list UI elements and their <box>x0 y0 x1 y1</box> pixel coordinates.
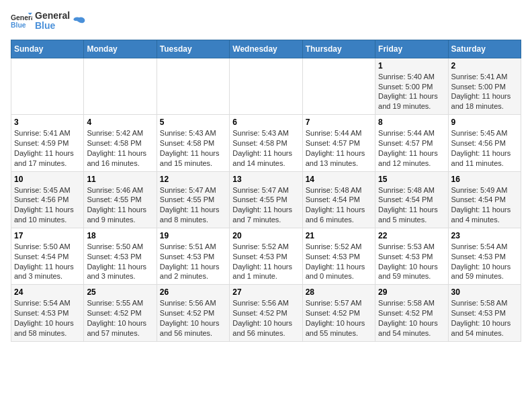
day-info: Sunrise: 5:53 AMSunset: 4:53 PMDaylight:… <box>378 242 445 281</box>
calendar-cell: 21Sunrise: 5:52 AMSunset: 4:53 PMDayligh… <box>302 228 375 284</box>
day-number: 21 <box>306 231 372 240</box>
day-number: 30 <box>451 287 518 297</box>
day-number: 19 <box>160 231 226 240</box>
day-number: 18 <box>87 231 153 240</box>
calendar-cell: 9Sunrise: 5:45 AMSunset: 4:56 PMDaylight… <box>448 115 521 171</box>
calendar-cell: 1Sunrise: 5:40 AMSunset: 5:00 PMDaylight… <box>375 58 448 114</box>
day-number: 28 <box>306 287 372 297</box>
day-number: 5 <box>160 118 226 127</box>
day-number: 14 <box>306 175 372 184</box>
svg-text:Blue: Blue <box>11 22 26 30</box>
day-number: 27 <box>232 287 299 297</box>
day-number: 2 <box>451 61 518 71</box>
calendar-cell: 3Sunrise: 5:41 AMSunset: 4:59 PMDaylight… <box>11 115 84 171</box>
calendar-week-row: 3Sunrise: 5:41 AMSunset: 4:59 PMDaylight… <box>11 115 521 171</box>
day-info: Sunrise: 5:57 AMSunset: 4:52 PMDaylight:… <box>306 298 372 338</box>
day-number: 7 <box>306 118 372 127</box>
day-info: Sunrise: 5:47 AMSunset: 4:55 PMDaylight:… <box>232 185 299 225</box>
calendar-cell: 27Sunrise: 5:56 AMSunset: 4:52 PMDayligh… <box>230 285 302 341</box>
calendar-cell: 7Sunrise: 5:44 AMSunset: 4:57 PMDaylight… <box>302 115 375 171</box>
day-info: Sunrise: 5:43 AMSunset: 4:58 PMDaylight:… <box>232 128 299 168</box>
calendar-cell: 18Sunrise: 5:50 AMSunset: 4:53 PMDayligh… <box>84 228 157 284</box>
weekday-header: Wednesday <box>230 40 302 58</box>
page-header: General Blue General Blue <box>11 11 521 32</box>
svg-text:General: General <box>11 15 32 22</box>
calendar-cell: 22Sunrise: 5:53 AMSunset: 4:53 PMDayligh… <box>375 228 448 284</box>
day-info: Sunrise: 5:44 AMSunset: 4:57 PMDaylight:… <box>378 128 445 168</box>
calendar-week-row: 24Sunrise: 5:54 AMSunset: 4:53 PMDayligh… <box>11 285 521 341</box>
day-number: 23 <box>451 231 518 240</box>
day-info: Sunrise: 5:49 AMSunset: 4:54 PMDaylight:… <box>451 185 518 225</box>
day-info: Sunrise: 5:56 AMSunset: 4:52 PMDaylight:… <box>160 298 226 338</box>
calendar-cell: 4Sunrise: 5:42 AMSunset: 4:58 PMDaylight… <box>84 115 157 171</box>
calendar-cell: 5Sunrise: 5:43 AMSunset: 4:58 PMDaylight… <box>157 115 229 171</box>
calendar-cell: 6Sunrise: 5:43 AMSunset: 4:58 PMDaylight… <box>230 115 302 171</box>
day-info: Sunrise: 5:42 AMSunset: 4:58 PMDaylight:… <box>87 128 153 168</box>
logo-icon: General Blue <box>11 11 32 30</box>
day-number: 4 <box>87 118 153 127</box>
calendar-cell <box>84 58 157 114</box>
day-info: Sunrise: 5:54 AMSunset: 4:53 PMDaylight:… <box>451 242 518 281</box>
calendar-cell: 13Sunrise: 5:47 AMSunset: 4:55 PMDayligh… <box>230 171 302 228</box>
day-number: 20 <box>232 231 299 240</box>
weekday-header: Friday <box>375 40 448 58</box>
day-number: 16 <box>451 175 518 184</box>
weekday-header-row: SundayMondayTuesdayWednesdayThursdayFrid… <box>11 40 521 58</box>
logo-blue: Blue <box>35 21 70 31</box>
calendar-cell: 23Sunrise: 5:54 AMSunset: 4:53 PMDayligh… <box>448 228 521 284</box>
calendar-cell: 2Sunrise: 5:41 AMSunset: 5:00 PMDaylight… <box>448 58 521 114</box>
day-info: Sunrise: 5:55 AMSunset: 4:52 PMDaylight:… <box>87 298 153 338</box>
day-number: 9 <box>451 118 518 127</box>
day-info: Sunrise: 5:58 AMSunset: 4:53 PMDaylight:… <box>451 298 518 338</box>
calendar-cell: 11Sunrise: 5:46 AMSunset: 4:55 PMDayligh… <box>84 171 157 228</box>
calendar-cell: 19Sunrise: 5:51 AMSunset: 4:53 PMDayligh… <box>157 228 229 284</box>
calendar-cell: 12Sunrise: 5:47 AMSunset: 4:55 PMDayligh… <box>157 171 229 228</box>
calendar-week-row: 1Sunrise: 5:40 AMSunset: 5:00 PMDaylight… <box>11 58 521 114</box>
calendar-cell: 26Sunrise: 5:56 AMSunset: 4:52 PMDayligh… <box>157 285 229 341</box>
day-number: 11 <box>87 175 153 184</box>
day-info: Sunrise: 5:41 AMSunset: 5:00 PMDaylight:… <box>451 72 518 111</box>
calendar-cell: 16Sunrise: 5:49 AMSunset: 4:54 PMDayligh… <box>448 171 521 228</box>
day-number: 3 <box>14 118 81 127</box>
day-number: 17 <box>14 231 81 240</box>
day-number: 10 <box>14 175 81 184</box>
calendar-table: SundayMondayTuesdayWednesdayThursdayFrid… <box>11 40 521 342</box>
day-info: Sunrise: 5:52 AMSunset: 4:53 PMDaylight:… <box>232 242 299 281</box>
calendar-cell <box>11 58 84 114</box>
day-info: Sunrise: 5:46 AMSunset: 4:55 PMDaylight:… <box>87 185 153 225</box>
weekday-header: Tuesday <box>157 40 229 58</box>
day-number: 12 <box>160 175 226 184</box>
day-info: Sunrise: 5:50 AMSunset: 4:54 PMDaylight:… <box>14 242 81 281</box>
weekday-header: Saturday <box>448 40 521 58</box>
day-number: 29 <box>378 287 445 297</box>
day-number: 1 <box>378 61 445 71</box>
day-info: Sunrise: 5:54 AMSunset: 4:53 PMDaylight:… <box>14 298 81 338</box>
day-info: Sunrise: 5:43 AMSunset: 4:58 PMDaylight:… <box>160 128 226 168</box>
calendar-cell <box>157 58 229 114</box>
calendar-cell: 29Sunrise: 5:58 AMSunset: 4:52 PMDayligh… <box>375 285 448 341</box>
day-number: 22 <box>378 231 445 240</box>
day-info: Sunrise: 5:50 AMSunset: 4:53 PMDaylight:… <box>87 242 153 281</box>
day-info: Sunrise: 5:51 AMSunset: 4:53 PMDaylight:… <box>160 242 226 281</box>
calendar-cell <box>230 58 302 114</box>
calendar-cell: 30Sunrise: 5:58 AMSunset: 4:53 PMDayligh… <box>448 285 521 341</box>
calendar-cell: 14Sunrise: 5:48 AMSunset: 4:54 PMDayligh… <box>302 171 375 228</box>
day-info: Sunrise: 5:47 AMSunset: 4:55 PMDaylight:… <box>160 185 226 225</box>
day-number: 8 <box>378 118 445 127</box>
calendar-cell: 15Sunrise: 5:48 AMSunset: 4:54 PMDayligh… <box>375 171 448 228</box>
day-number: 6 <box>232 118 299 127</box>
calendar-cell: 20Sunrise: 5:52 AMSunset: 4:53 PMDayligh… <box>230 228 302 284</box>
day-info: Sunrise: 5:52 AMSunset: 4:53 PMDaylight:… <box>306 242 372 281</box>
day-info: Sunrise: 5:56 AMSunset: 4:52 PMDaylight:… <box>232 298 299 338</box>
day-info: Sunrise: 5:44 AMSunset: 4:57 PMDaylight:… <box>306 128 372 168</box>
day-info: Sunrise: 5:41 AMSunset: 4:59 PMDaylight:… <box>14 128 81 168</box>
day-number: 25 <box>87 287 153 297</box>
day-info: Sunrise: 5:40 AMSunset: 5:00 PMDaylight:… <box>378 72 445 111</box>
day-number: 13 <box>232 175 299 184</box>
calendar-cell: 24Sunrise: 5:54 AMSunset: 4:53 PMDayligh… <box>11 285 84 341</box>
calendar-week-row: 10Sunrise: 5:45 AMSunset: 4:56 PMDayligh… <box>11 171 521 228</box>
day-number: 24 <box>14 287 81 297</box>
calendar-week-row: 17Sunrise: 5:50 AMSunset: 4:54 PMDayligh… <box>11 228 521 284</box>
day-info: Sunrise: 5:45 AMSunset: 4:56 PMDaylight:… <box>14 185 81 225</box>
calendar-cell: 25Sunrise: 5:55 AMSunset: 4:52 PMDayligh… <box>84 285 157 341</box>
